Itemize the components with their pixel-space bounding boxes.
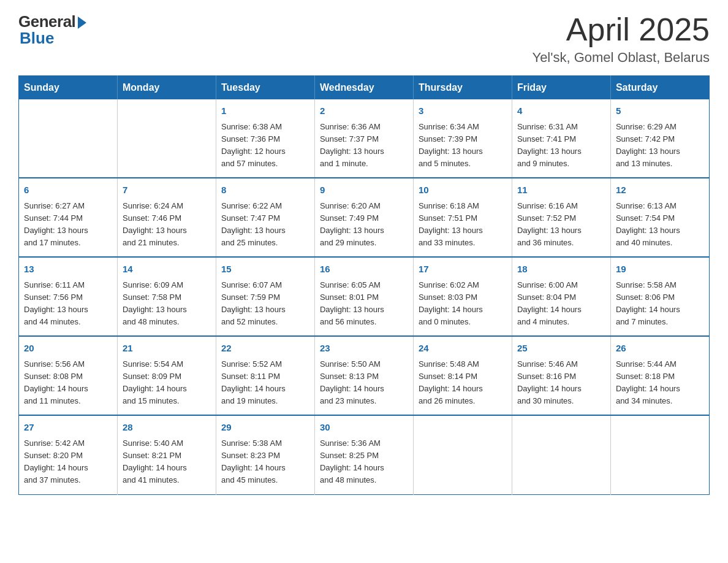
calendar-day-24: 24Sunrise: 5:48 AMSunset: 8:14 PMDayligh… (413, 336, 512, 415)
day-info: Sunrise: 5:36 AMSunset: 8:25 PMDaylight:… (320, 437, 408, 487)
day-number: 9 (320, 183, 408, 197)
calendar-day-19: 19Sunrise: 5:58 AMSunset: 8:06 PMDayligh… (610, 257, 709, 336)
weekday-header-wednesday: Wednesday (314, 76, 413, 100)
weekday-header-monday: Monday (117, 76, 216, 100)
calendar-empty-cell (512, 415, 610, 494)
calendar-day-8: 8Sunrise: 6:22 AMSunset: 7:47 PMDaylight… (216, 178, 314, 257)
day-number: 16 (320, 262, 408, 277)
calendar-empty-cell (610, 415, 709, 494)
calendar-header-row: SundayMondayTuesdayWednesdayThursdayFrid… (19, 76, 710, 100)
day-info: Sunrise: 6:34 AMSunset: 7:39 PMDaylight:… (419, 121, 507, 170)
day-number: 22 (221, 342, 309, 356)
title-section: April 2025 Yel'sk, Gomel Oblast, Belarus (532, 12, 710, 66)
weekday-header-sunday: Sunday (19, 76, 118, 100)
calendar-day-27: 27Sunrise: 5:42 AMSunset: 8:20 PMDayligh… (19, 415, 118, 494)
calendar-day-20: 20Sunrise: 5:56 AMSunset: 8:08 PMDayligh… (19, 336, 118, 415)
day-info: Sunrise: 5:50 AMSunset: 8:13 PMDaylight:… (320, 358, 408, 408)
day-number: 26 (616, 342, 704, 356)
day-number: 29 (221, 421, 309, 435)
day-number: 15 (221, 262, 309, 277)
day-number: 11 (517, 183, 605, 197)
day-number: 7 (123, 183, 211, 197)
weekday-header-thursday: Thursday (413, 76, 512, 100)
weekday-header-tuesday: Tuesday (216, 76, 314, 100)
calendar-day-9: 9Sunrise: 6:20 AMSunset: 7:49 PMDaylight… (314, 178, 413, 257)
day-info: Sunrise: 6:38 AMSunset: 7:36 PMDaylight:… (221, 121, 309, 170)
day-info: Sunrise: 5:48 AMSunset: 8:14 PMDaylight:… (419, 358, 507, 408)
calendar-day-30: 30Sunrise: 5:36 AMSunset: 8:25 PMDayligh… (314, 415, 413, 494)
calendar-day-17: 17Sunrise: 6:02 AMSunset: 8:03 PMDayligh… (413, 257, 512, 336)
calendar-day-11: 11Sunrise: 6:16 AMSunset: 7:52 PMDayligh… (512, 178, 610, 257)
day-info: Sunrise: 5:40 AMSunset: 8:21 PMDaylight:… (123, 437, 211, 487)
calendar-week-row: 1Sunrise: 6:38 AMSunset: 7:36 PMDaylight… (19, 99, 710, 178)
day-number: 27 (24, 421, 112, 435)
day-number: 8 (221, 183, 309, 197)
day-info: Sunrise: 6:29 AMSunset: 7:42 PMDaylight:… (616, 121, 704, 170)
day-info: Sunrise: 6:11 AMSunset: 7:56 PMDaylight:… (24, 279, 112, 329)
day-number: 1 (221, 104, 309, 118)
day-number: 18 (517, 262, 605, 277)
day-number: 14 (123, 262, 211, 277)
calendar-day-10: 10Sunrise: 6:18 AMSunset: 7:51 PMDayligh… (413, 178, 512, 257)
calendar-day-16: 16Sunrise: 6:05 AMSunset: 8:01 PMDayligh… (314, 257, 413, 336)
calendar-day-7: 7Sunrise: 6:24 AMSunset: 7:46 PMDaylight… (117, 178, 216, 257)
calendar-day-13: 13Sunrise: 6:11 AMSunset: 7:56 PMDayligh… (19, 257, 118, 336)
calendar-week-row: 13Sunrise: 6:11 AMSunset: 7:56 PMDayligh… (19, 257, 710, 336)
calendar-day-3: 3Sunrise: 6:34 AMSunset: 7:39 PMDaylight… (413, 99, 512, 178)
calendar-day-5: 5Sunrise: 6:29 AMSunset: 7:42 PMDaylight… (610, 99, 709, 178)
day-number: 21 (123, 342, 211, 356)
day-number: 5 (616, 104, 704, 118)
main-title: April 2025 (532, 12, 710, 47)
calendar-empty-cell (413, 415, 512, 494)
day-number: 23 (320, 342, 408, 356)
day-info: Sunrise: 5:56 AMSunset: 8:08 PMDaylight:… (24, 358, 112, 408)
day-info: Sunrise: 5:54 AMSunset: 8:09 PMDaylight:… (123, 358, 211, 408)
day-info: Sunrise: 6:20 AMSunset: 7:49 PMDaylight:… (320, 200, 408, 250)
day-info: Sunrise: 5:52 AMSunset: 8:11 PMDaylight:… (221, 358, 309, 408)
calendar-day-18: 18Sunrise: 6:00 AMSunset: 8:04 PMDayligh… (512, 257, 610, 336)
day-info: Sunrise: 6:31 AMSunset: 7:41 PMDaylight:… (517, 121, 605, 170)
subtitle: Yel'sk, Gomel Oblast, Belarus (532, 50, 710, 66)
day-number: 17 (419, 262, 507, 277)
logo: General Blue (18, 12, 86, 48)
day-number: 2 (320, 104, 408, 118)
calendar-day-26: 26Sunrise: 5:44 AMSunset: 8:18 PMDayligh… (610, 336, 709, 415)
calendar-table: SundayMondayTuesdayWednesdayThursdayFrid… (18, 75, 710, 494)
calendar-day-2: 2Sunrise: 6:36 AMSunset: 7:37 PMDaylight… (314, 99, 413, 178)
day-number: 4 (517, 104, 605, 118)
day-info: Sunrise: 5:38 AMSunset: 8:23 PMDaylight:… (221, 437, 309, 487)
weekday-header-saturday: Saturday (610, 76, 709, 100)
day-info: Sunrise: 6:18 AMSunset: 7:51 PMDaylight:… (419, 200, 507, 250)
day-info: Sunrise: 6:13 AMSunset: 7:54 PMDaylight:… (616, 200, 704, 250)
calendar-week-row: 20Sunrise: 5:56 AMSunset: 8:08 PMDayligh… (19, 336, 710, 415)
day-info: Sunrise: 6:07 AMSunset: 7:59 PMDaylight:… (221, 279, 309, 329)
day-number: 3 (419, 104, 507, 118)
calendar-day-6: 6Sunrise: 6:27 AMSunset: 7:44 PMDaylight… (19, 178, 118, 257)
calendar-day-21: 21Sunrise: 5:54 AMSunset: 8:09 PMDayligh… (117, 336, 216, 415)
calendar-day-29: 29Sunrise: 5:38 AMSunset: 8:23 PMDayligh… (216, 415, 314, 494)
day-number: 20 (24, 342, 112, 356)
day-info: Sunrise: 6:24 AMSunset: 7:46 PMDaylight:… (123, 200, 211, 250)
day-info: Sunrise: 6:00 AMSunset: 8:04 PMDaylight:… (517, 279, 605, 329)
day-info: Sunrise: 5:58 AMSunset: 8:06 PMDaylight:… (616, 279, 704, 329)
day-info: Sunrise: 6:36 AMSunset: 7:37 PMDaylight:… (320, 121, 408, 170)
day-number: 12 (616, 183, 704, 197)
calendar-week-row: 6Sunrise: 6:27 AMSunset: 7:44 PMDaylight… (19, 178, 710, 257)
calendar-week-row: 27Sunrise: 5:42 AMSunset: 8:20 PMDayligh… (19, 415, 710, 494)
calendar-day-25: 25Sunrise: 5:46 AMSunset: 8:16 PMDayligh… (512, 336, 610, 415)
day-number: 6 (24, 183, 112, 197)
day-info: Sunrise: 5:46 AMSunset: 8:16 PMDaylight:… (517, 358, 605, 408)
calendar-day-15: 15Sunrise: 6:07 AMSunset: 7:59 PMDayligh… (216, 257, 314, 336)
calendar-day-1: 1Sunrise: 6:38 AMSunset: 7:36 PMDaylight… (216, 99, 314, 178)
calendar-day-22: 22Sunrise: 5:52 AMSunset: 8:11 PMDayligh… (216, 336, 314, 415)
calendar-day-14: 14Sunrise: 6:09 AMSunset: 7:58 PMDayligh… (117, 257, 216, 336)
day-info: Sunrise: 6:02 AMSunset: 8:03 PMDaylight:… (419, 279, 507, 329)
page-header: General Blue April 2025 Yel'sk, Gomel Ob… (18, 12, 710, 66)
day-number: 10 (419, 183, 507, 197)
logo-blue-text: Blue (20, 29, 54, 47)
day-info: Sunrise: 6:05 AMSunset: 8:01 PMDaylight:… (320, 279, 408, 329)
day-number: 25 (517, 342, 605, 356)
day-info: Sunrise: 6:16 AMSunset: 7:52 PMDaylight:… (517, 200, 605, 250)
calendar-day-12: 12Sunrise: 6:13 AMSunset: 7:54 PMDayligh… (610, 178, 709, 257)
calendar-empty-cell (19, 99, 118, 178)
